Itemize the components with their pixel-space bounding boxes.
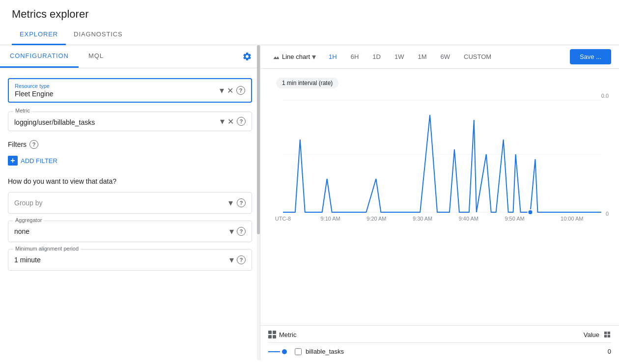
group-by-help-icon[interactable]: ? xyxy=(237,198,246,207)
gear-button[interactable] xyxy=(234,48,260,65)
metric-clear-icon[interactable]: ✕ xyxy=(227,117,234,126)
resource-type-label: Resource type xyxy=(15,83,220,89)
top-tabs: EXPLORER DIAGNOSTICS xyxy=(0,25,619,45)
tab-configuration[interactable]: CONFIGURATION xyxy=(0,45,79,68)
min-alignment-dropdown-icon[interactable]: ▾ xyxy=(229,254,234,265)
time-1h[interactable]: 1H xyxy=(324,51,342,62)
aggregator-help-icon[interactable]: ? xyxy=(237,227,246,236)
legend-metric-name: billable_tasks xyxy=(306,348,608,355)
filters-section: Filters ? + ADD FILTER xyxy=(8,140,252,168)
add-filter-button[interactable]: + ADD FILTER xyxy=(8,154,252,168)
time-6h[interactable]: 6H xyxy=(346,51,364,62)
group-by-field[interactable]: Group by ▾ ? xyxy=(8,192,252,214)
legend-row: billable_tasks 0 xyxy=(268,343,611,360)
legend-metric-header: Metric xyxy=(268,331,584,338)
add-filter-plus-icon: + xyxy=(8,156,18,166)
tab-diagnostics[interactable]: DIAGNOSTICS xyxy=(66,25,131,45)
aggregator-label: Aggregator xyxy=(13,217,44,223)
time-1m[interactable]: 1M xyxy=(413,51,431,62)
svg-text:9:50 AM: 9:50 AM xyxy=(505,216,524,222)
scroll-thumb xyxy=(257,45,260,234)
chart-type-label: Line chart xyxy=(282,53,310,60)
svg-rect-16 xyxy=(608,335,610,337)
min-alignment-field: Minimum alignment period 1 minute ▾ ? xyxy=(8,249,252,271)
chart-type-button[interactable]: Line chart ▾ xyxy=(268,50,320,63)
aggregator-field: Aggregator none ▾ ? xyxy=(8,221,252,242)
add-filter-label: ADD FILTER xyxy=(21,157,57,165)
group-by-placeholder: Group by xyxy=(14,199,228,207)
resource-type-dropdown-icon[interactable]: ▾ xyxy=(220,85,224,96)
filters-label: Filters xyxy=(8,140,27,148)
svg-text:10:00 AM: 10:00 AM xyxy=(561,216,583,222)
group-by-dropdown-icon[interactable]: ▾ xyxy=(228,197,233,208)
svg-text:UTC-8: UTC-8 xyxy=(275,216,291,222)
filters-help-icon[interactable]: ? xyxy=(29,140,38,149)
metric-dropdown-icon[interactable]: ▾ xyxy=(220,116,225,127)
aggregator-dropdown-icon[interactable]: ▾ xyxy=(229,226,234,237)
grid-icon xyxy=(268,331,276,338)
svg-text:9:20 AM: 9:20 AM xyxy=(366,216,386,222)
legend-value: 0 xyxy=(608,348,611,355)
resource-type-help-icon[interactable]: ? xyxy=(236,86,245,95)
legend-checkbox[interactable] xyxy=(295,348,302,355)
app-title: Metrics explorer xyxy=(0,0,619,25)
chart-area: 0.0 0 UTC-8 9:10 AM 9:20 AM 9:30 AM 9:40… xyxy=(260,90,619,325)
time-1w[interactable]: 1W xyxy=(390,51,409,62)
svg-text:9:10 AM: 9:10 AM xyxy=(321,216,340,222)
metric-help-icon[interactable]: ? xyxy=(237,117,246,126)
svg-text:0.0: 0.0 xyxy=(601,93,609,99)
time-6w[interactable]: 6W xyxy=(436,51,455,62)
svg-rect-13 xyxy=(604,332,607,334)
svg-text:9:30 AM: 9:30 AM xyxy=(413,216,432,222)
chart-type-dropdown-icon: ▾ xyxy=(312,52,316,61)
chart-toolbar: Line chart ▾ 1H 6H 1D 1W 1M 6W CUSTOM Sa… xyxy=(260,45,619,69)
view-section-title: How do you want to view that data? xyxy=(8,177,252,185)
svg-point-5 xyxy=(528,210,533,215)
save-button[interactable]: Save ... xyxy=(570,49,611,64)
right-panel: Line chart ▾ 1H 6H 1D 1W 1M 6W CUSTOM Sa… xyxy=(260,45,619,360)
legend-area: Metric Value billable_tasks 0 xyxy=(260,325,619,360)
svg-rect-14 xyxy=(608,332,610,334)
time-custom[interactable]: CUSTOM xyxy=(459,51,496,62)
metric-value: logging/user/billable_tasks xyxy=(14,116,220,126)
svg-text:9:40 AM: 9:40 AM xyxy=(459,216,478,222)
metric-field: Metric logging/user/billable_tasks ▾ ✕ ? xyxy=(8,112,252,131)
tab-explorer[interactable]: EXPLORER xyxy=(12,25,66,45)
tab-mql[interactable]: MQL xyxy=(79,45,113,68)
svg-text:0: 0 xyxy=(606,211,609,217)
resource-type-clear-icon[interactable]: ✕ xyxy=(227,86,233,95)
svg-rect-15 xyxy=(604,335,607,337)
metric-label: Metric xyxy=(13,108,32,113)
min-alignment-help-icon[interactable]: ? xyxy=(237,255,246,264)
resource-type-value: Fleet Engine xyxy=(15,90,220,98)
legend-value-header: Value xyxy=(584,331,611,338)
legend-line xyxy=(268,349,287,354)
interval-badge: 1 min interval (rate) xyxy=(276,78,338,88)
aggregator-value: none xyxy=(14,227,229,235)
time-1d[interactable]: 1D xyxy=(367,51,386,62)
left-panel: CONFIGURATION MQL Resource type Fleet En… xyxy=(0,45,260,360)
min-alignment-value: 1 minute xyxy=(14,256,229,264)
config-header: CONFIGURATION MQL xyxy=(0,45,260,68)
scrollbar[interactable] xyxy=(257,45,260,360)
min-alignment-label: Minimum alignment period xyxy=(13,246,81,252)
resource-type-field: Resource type Fleet Engine ▾ ✕ ? xyxy=(8,78,252,103)
